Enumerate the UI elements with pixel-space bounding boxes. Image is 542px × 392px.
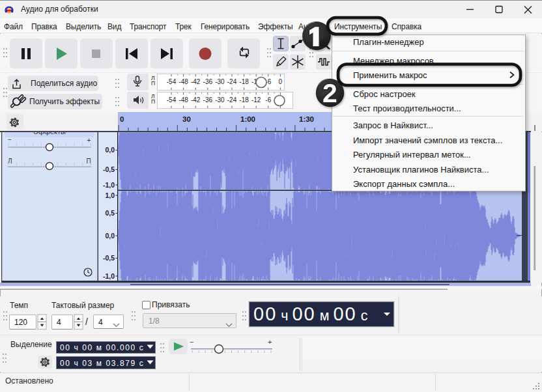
svg-text:2: 2 xyxy=(322,78,337,108)
